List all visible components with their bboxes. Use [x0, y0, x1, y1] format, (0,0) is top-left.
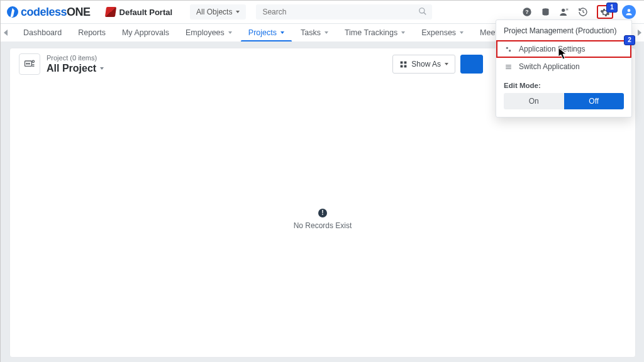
caret-down-icon — [325, 31, 328, 34]
show-as-button[interactable]: Show As — [392, 55, 455, 74]
svg-point-7 — [628, 9, 631, 12]
caret-down-icon — [445, 63, 448, 65]
svg-rect-17 — [404, 65, 407, 67]
menu-item-label: Application Settings — [519, 45, 585, 53]
svg-point-5 — [562, 9, 565, 12]
tab-dashboard[interactable]: Dashboard — [16, 24, 69, 41]
logo-mark-icon — [7, 6, 18, 18]
svg-point-0 — [419, 8, 425, 13]
caret-down-icon — [228, 31, 232, 34]
menu-item-switch-application[interactable]: Switch Application — [496, 58, 631, 75]
tab-expenses[interactable]: Expenses — [414, 24, 471, 41]
caret-down-icon — [236, 11, 240, 13]
tab-my-approvals[interactable]: My Approvals — [114, 24, 177, 41]
svg-point-6 — [567, 9, 568, 10]
user-admin-icon[interactable] — [559, 7, 569, 17]
object-filter[interactable]: All Objects — [190, 4, 246, 19]
svg-rect-15 — [404, 61, 407, 63]
svg-point-19 — [509, 50, 511, 52]
empty-message: No Records Exist — [294, 221, 352, 230]
annotation-badge-1: 1 — [606, 3, 618, 13]
svg-line-1 — [424, 13, 426, 15]
search-input[interactable] — [256, 8, 432, 16]
edit-mode-on[interactable]: On — [504, 93, 564, 109]
topbar-actions: ? 1 — [522, 5, 638, 19]
tab-reports[interactable]: Reports — [70, 24, 113, 41]
caret-down-icon — [280, 31, 284, 34]
svg-point-13 — [28, 63, 30, 64]
layout-icon — [399, 60, 408, 69]
database-icon[interactable] — [541, 8, 550, 17]
new-record-button[interactable] — [460, 55, 483, 74]
tab-projects[interactable]: Projects — [241, 24, 292, 41]
menu-item-application-settings[interactable]: Application Settings 2 — [496, 40, 631, 58]
history-icon[interactable] — [578, 7, 588, 17]
tab-tasks[interactable]: Tasks — [293, 24, 336, 41]
empty-state: ! No Records Exist — [10, 81, 635, 357]
switch-icon — [504, 63, 513, 71]
gears-icon — [504, 45, 513, 53]
edit-mode-label: Edit Mode: — [496, 75, 631, 93]
svg-marker-9 — [638, 30, 641, 36]
portal-logo-icon — [104, 7, 116, 17]
global-search[interactable] — [256, 4, 432, 19]
svg-point-12 — [26, 63, 28, 64]
edit-mode-off[interactable]: Off — [564, 93, 625, 109]
caret-down-icon — [100, 67, 104, 70]
svg-rect-14 — [401, 61, 403, 63]
settings-button[interactable]: 1 — [597, 5, 613, 19]
object-filter-label: All Objects — [196, 8, 232, 16]
app-logo[interactable]: codelessONE — [7, 6, 91, 19]
user-avatar[interactable] — [622, 5, 636, 19]
menu-title: Project Management (Production) — [496, 26, 631, 40]
settings-menu: Project Management (Production) Applicat… — [496, 19, 632, 118]
tab-employees[interactable]: Employees — [178, 24, 240, 41]
object-subhead: Project (0 items) — [47, 54, 104, 62]
object-icon — [19, 53, 40, 75]
svg-text:?: ? — [525, 9, 528, 15]
caret-down-icon — [401, 31, 405, 34]
svg-point-11 — [32, 60, 34, 62]
edit-mode-toggle[interactable]: On Off — [504, 93, 624, 109]
help-icon[interactable]: ? — [522, 7, 532, 17]
svg-rect-16 — [401, 65, 403, 67]
logo-text-1: codeless — [21, 6, 67, 18]
info-icon: ! — [318, 209, 327, 217]
nav-scroll-left[interactable] — [1, 24, 12, 41]
portal-switcher[interactable]: Default Portal — [106, 7, 173, 17]
search-icon — [418, 7, 427, 16]
caret-down-icon — [460, 31, 464, 34]
svg-point-18 — [506, 47, 508, 48]
menu-item-label: Switch Application — [519, 62, 580, 71]
portal-name: Default Portal — [119, 8, 173, 17]
svg-marker-8 — [4, 30, 8, 36]
annotation-badge-2: 2 — [624, 35, 635, 45]
tab-time-trackings[interactable]: Time Trackings — [337, 24, 413, 41]
view-title[interactable]: All Project — [47, 63, 104, 74]
logo-text-2: ONE — [67, 6, 91, 18]
